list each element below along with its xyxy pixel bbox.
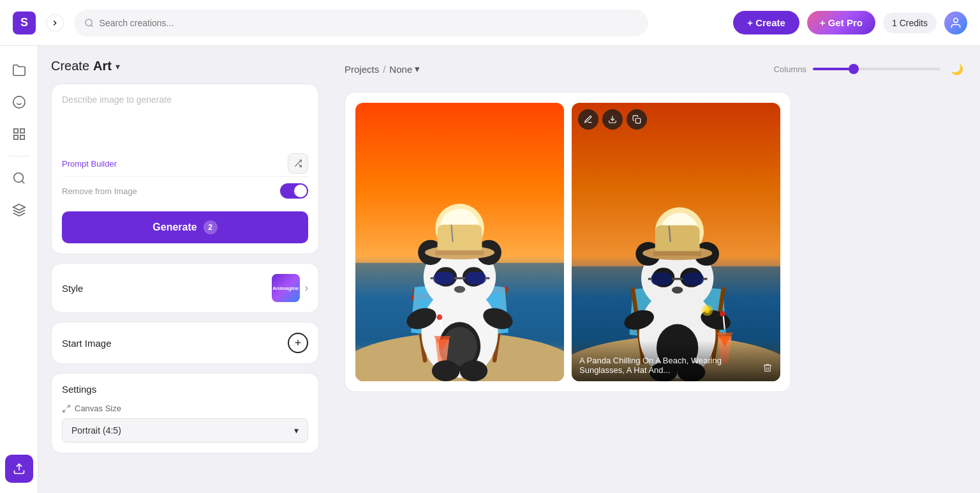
prompt-builder-link[interactable]: Prompt Builder (62, 159, 117, 169)
image-grid: A Panda Chilling On A Beach, Wearing Sun… (345, 92, 791, 392)
svg-rect-6 (13, 129, 17, 133)
start-image-label: Start Image (62, 338, 112, 349)
slider-fill (813, 68, 851, 70)
canvas-select-caret: ▾ (294, 425, 299, 436)
sidebar-item-folder[interactable] (5, 56, 33, 84)
svg-rect-86 (635, 118, 641, 123)
toggle-knob (294, 185, 307, 197)
svg-point-3 (13, 96, 24, 108)
left-panel: Create Art ▾ Prompt Builder Remove from … (38, 46, 332, 493)
sidebar-item-face[interactable] (5, 88, 33, 116)
svg-point-74 (672, 287, 683, 294)
sidebar-divider (9, 156, 29, 156)
start-image-card: Start Image + (51, 322, 319, 364)
content-header: Projects / None ▾ Columns 🌙 (345, 59, 967, 79)
delete-icon-button[interactable] (762, 363, 773, 375)
search-input[interactable] (100, 18, 638, 28)
image-card-1[interactable] (355, 103, 564, 381)
svg-rect-69 (651, 273, 672, 285)
settings-card: Settings Canvas Size Portrait (4:5) ▾ (51, 373, 319, 453)
topbar: S + Create + Get Pro 1 Credits (0, 0, 980, 46)
sidebar-toggle[interactable] (46, 14, 64, 32)
app-body: Create Art ▾ Prompt Builder Remove from … (0, 46, 980, 493)
columns-control: Columns 🌙 (774, 59, 967, 79)
shuffle-button[interactable] (288, 153, 308, 174)
svg-rect-7 (20, 129, 24, 133)
remove-from-image-row: Remove from Image (62, 176, 308, 205)
get-pro-button[interactable]: + Get Pro (807, 11, 875, 34)
svg-point-0 (85, 19, 92, 26)
image-card-2[interactable]: A Panda Chilling On A Beach, Wearing Sun… (572, 103, 780, 381)
svg-rect-8 (20, 135, 24, 139)
panda-image-1 (355, 103, 564, 381)
breadcrumb-root[interactable]: Projects (345, 64, 379, 75)
svg-point-43 (454, 286, 465, 293)
style-label: Style (62, 283, 83, 294)
credits-badge[interactable]: 1 Credits (883, 13, 937, 33)
settings-title: Settings (62, 384, 308, 395)
breadcrumb-separator: / (383, 64, 385, 75)
svg-point-80 (720, 311, 725, 317)
search-bar (74, 10, 648, 36)
image-overlay-icons (578, 109, 647, 130)
sidebar-item-grid[interactable] (5, 120, 33, 148)
main-content: Projects / None ▾ Columns 🌙 (332, 46, 980, 493)
create-button[interactable]: + Create (733, 11, 799, 34)
style-preview[interactable]: Animagine › (272, 274, 308, 302)
style-card[interactable]: Style Animagine › (51, 263, 319, 313)
download-icon-button[interactable] (602, 109, 623, 130)
image-caption-text: A Panda Chilling On A Beach, Wearing Sun… (579, 356, 762, 375)
prompt-input[interactable] (62, 95, 308, 146)
breadcrumb-caret: ▾ (415, 63, 420, 75)
sidebar-upload-button[interactable] (5, 455, 33, 483)
sidebar (0, 46, 38, 493)
prompt-footer: Prompt Builder (62, 153, 308, 174)
style-row: Style Animagine › (62, 274, 308, 302)
add-start-image-button[interactable]: + (288, 333, 308, 353)
search-icon (84, 18, 94, 28)
svg-marker-12 (13, 204, 24, 210)
style-arrow-icon: › (305, 282, 308, 294)
breadcrumb-current[interactable]: None ▾ (389, 63, 420, 75)
remove-from-image-toggle[interactable] (280, 183, 308, 199)
svg-rect-70 (683, 273, 704, 285)
style-thumb-label: Animagine (272, 284, 300, 292)
generate-button[interactable]: Generate 2 (62, 211, 308, 243)
columns-label: Columns (774, 64, 806, 74)
svg-point-51 (460, 360, 488, 381)
canvas-size-select[interactable]: Portrait (4:5) ▾ (62, 418, 308, 443)
sidebar-item-layers[interactable] (5, 196, 33, 224)
topbar-actions: + Create + Get Pro 1 Credits (733, 11, 967, 34)
svg-point-84 (704, 307, 710, 313)
svg-line-16 (67, 405, 70, 407)
logo-button[interactable]: S (13, 11, 36, 34)
style-thumbnail: Animagine (272, 274, 300, 302)
sidebar-bottom (5, 455, 33, 483)
prompt-card: Prompt Builder Remove from Image Generat… (51, 84, 319, 254)
copy-icon-button[interactable] (627, 109, 647, 130)
canvas-size-label: Canvas Size (62, 404, 308, 413)
breadcrumb: Projects / None ▾ (345, 63, 420, 75)
panda-image-2 (572, 103, 780, 381)
svg-line-11 (22, 181, 24, 183)
svg-point-49 (437, 314, 443, 320)
svg-rect-46 (435, 250, 484, 255)
generate-count-badge: 2 (204, 220, 218, 234)
panel-title: Create Art ▾ (51, 59, 319, 73)
svg-rect-38 (433, 272, 454, 285)
svg-point-10 (13, 173, 23, 183)
svg-line-1 (91, 25, 93, 27)
columns-slider[interactable] (813, 68, 940, 70)
image-caption-2: A Panda Chilling On A Beach, Wearing Sun… (572, 340, 780, 381)
start-image-row: Start Image + (62, 333, 308, 353)
svg-line-17 (63, 409, 66, 412)
edit-icon-button[interactable] (578, 109, 598, 130)
svg-point-50 (432, 360, 460, 381)
panel-title-caret[interactable]: ▾ (115, 61, 120, 72)
dark-mode-button[interactable]: 🌙 (947, 59, 967, 79)
svg-rect-77 (653, 251, 702, 256)
sidebar-item-search[interactable] (5, 164, 33, 192)
svg-rect-39 (465, 272, 486, 285)
avatar[interactable] (944, 11, 967, 34)
remove-from-image-label: Remove from Image (62, 186, 137, 196)
